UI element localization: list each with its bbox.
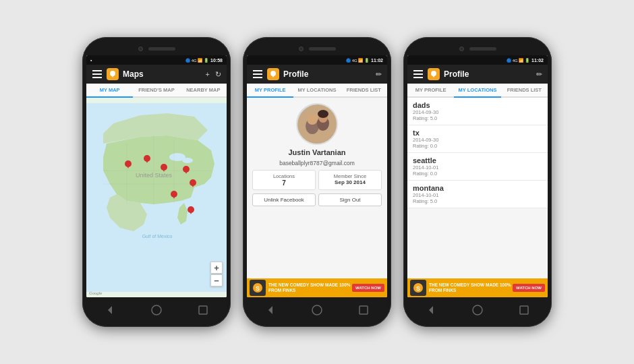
refresh-icon[interactable]: ↻ (215, 70, 221, 79)
home-button-2[interactable] (310, 303, 324, 317)
svg-rect-54 (413, 77, 423, 78)
app-title-2: Profile (283, 69, 372, 79)
app-title-3: Profile (444, 69, 532, 79)
back-button[interactable] (103, 303, 117, 317)
svg-rect-1 (92, 73, 102, 75)
location-rating-tx: Rating: 0.0 (413, 143, 542, 149)
profile-tabs: MY PROFILE MY LOCATIONS FRIENDS LIST (247, 84, 387, 98)
location-date-dads: 2014-09-30 (413, 109, 542, 115)
location-date-montana: 2014-10-01 (413, 192, 542, 198)
ad-text-2: THE NEW COMEDY SHOW MADE 100% FROM FINKS (268, 282, 352, 294)
locations-tabs: MY PROFILE MY LOCATIONS FRIENDS LIST (407, 84, 548, 98)
app-title: Maps (123, 69, 202, 79)
tab-friends-list-3[interactable]: FRIENDS LIST (501, 84, 548, 98)
ad-banner-3: S THE NEW COMEDY SHOW MADE 100% FROM FIN… (407, 278, 548, 297)
svg-rect-52 (413, 70, 423, 71)
svg-rect-36 (253, 70, 262, 71)
svg-text:S: S (256, 285, 260, 292)
recent-button-2[interactable] (356, 303, 371, 317)
location-name-tx: tx (413, 129, 542, 137)
location-rating-dads: Rating: 5.0 (413, 115, 542, 121)
list-item[interactable]: montana 2014-10-01 Rating: 5.0 (407, 181, 548, 208)
svg-marker-4 (111, 75, 114, 78)
member-since-date: Sep 30 2014 (322, 179, 378, 185)
recent-button[interactable] (196, 303, 210, 317)
tab-friends-map[interactable]: FRIEND'S MAP (133, 84, 179, 98)
svg-point-46 (318, 110, 328, 118)
locations-screen: 🔵 4G 📶 🔋 11:02 Profile ✏ MY PROFIL (407, 55, 548, 297)
ad-banner-2: S THE NEW COMEDY SHOW MADE 100% FROM FIN… (247, 278, 387, 297)
tab-my-profile-3[interactable]: MY PROFILE (407, 84, 454, 98)
status-time-2: 11:02 (371, 58, 383, 63)
recent-button-3[interactable] (517, 303, 531, 317)
svg-marker-59 (429, 306, 433, 314)
tab-my-profile[interactable]: MY PROFILE (247, 84, 293, 98)
svg-point-43 (307, 114, 318, 125)
svg-text:Gulf of Mexico: Gulf of Mexico (142, 234, 173, 239)
hamburger-icon[interactable] (92, 69, 103, 80)
tab-my-locations[interactable]: MY LOCATIONS (293, 84, 340, 98)
status-time-3: 11:02 (531, 58, 544, 63)
back-button-2[interactable] (263, 303, 278, 317)
edit-icon[interactable]: ✏ (376, 70, 382, 79)
phone-locations: 🔵 4G 📶 🔋 11:02 Profile ✏ MY PROFIL (403, 37, 552, 327)
tab-nearby-map[interactable]: NEARBY MAP (180, 84, 227, 98)
profile-content: Justin Vartanian baseballplyr8787@gmail.… (247, 98, 387, 278)
location-name-seattle: seattle (413, 156, 542, 164)
svg-rect-51 (359, 306, 368, 314)
app-logo-3 (428, 68, 440, 80)
profile-email: baseballplyr8787@gmail.com (279, 160, 355, 166)
back-button-3[interactable] (424, 303, 438, 317)
maps-app-bar: Maps + ↻ (86, 65, 227, 84)
tab-my-locations-3[interactable]: MY LOCATIONS (454, 84, 500, 98)
hamburger-icon-2[interactable] (252, 69, 263, 80)
location-date-tx: 2014-09-30 (413, 137, 542, 143)
ad-watch-button-3[interactable]: WATCH NOW (513, 284, 545, 292)
svg-point-34 (152, 305, 161, 315)
map-view[interactable]: Gulf of Mexico United States (86, 98, 227, 297)
svg-rect-61 (520, 306, 528, 314)
svg-marker-40 (272, 75, 275, 78)
ad-logo: S (250, 280, 266, 296)
sign-out-button[interactable]: Sign Out (318, 193, 382, 206)
app-actions-3: ✏ (536, 70, 542, 79)
status-left: ▪ (90, 58, 92, 63)
location-name-dads: dads (413, 101, 542, 109)
home-button-3[interactable] (470, 303, 485, 317)
edit-icon-3[interactable]: ✏ (536, 70, 542, 79)
locations-label: Locations (256, 173, 312, 179)
profile-stats: Locations 7 Member Since Sep 30 2014 (252, 170, 382, 190)
status-icons-2: 🔵 4G 📶 🔋 (346, 58, 369, 63)
status-bar-2: 🔵 4G 📶 🔋 11:02 (247, 55, 387, 65)
add-icon[interactable]: + (206, 70, 210, 78)
svg-rect-35 (199, 306, 207, 314)
status-icons-3: 🔵 4G 📶 🔋 (507, 58, 529, 63)
svg-marker-49 (268, 306, 272, 314)
zoom-in-button[interactable]: + (210, 262, 223, 274)
app-actions-2: ✏ (376, 70, 382, 79)
tab-my-map[interactable]: MY MAP (86, 84, 133, 98)
svg-text:United States: United States (136, 172, 173, 179)
list-item[interactable]: dads 2014-09-30 Rating: 5.0 (407, 98, 548, 125)
status-icons: 🔵 4G 📶 🔋 (185, 58, 208, 63)
unlink-facebook-button[interactable]: Unlink Facebook (252, 193, 316, 206)
profile-actions: Unlink Facebook Sign Out (252, 193, 382, 206)
svg-point-50 (312, 305, 322, 315)
zoom-out-button[interactable]: − (210, 274, 223, 286)
front-camera-3 (459, 47, 464, 51)
status-bar: ▪ 🔵 4G 📶 🔋 10:58 (86, 55, 227, 65)
nav-bar-3 (407, 297, 548, 320)
hamburger-icon-3[interactable] (413, 69, 424, 80)
list-item[interactable]: tx 2014-09-30 Rating: 0.0 (407, 125, 548, 153)
list-item[interactable]: seattle 2014-10-01 Rating: 0.0 (407, 153, 548, 181)
locations-count: 7 (256, 179, 312, 187)
svg-point-60 (473, 305, 482, 315)
speaker-3 (469, 47, 496, 51)
member-since-label: Member Since (322, 173, 378, 179)
home-button[interactable] (149, 303, 164, 317)
svg-rect-37 (253, 73, 262, 75)
svg-rect-53 (413, 73, 423, 75)
maps-tabs: MY MAP FRIEND'S MAP NEARBY MAP (86, 84, 227, 98)
tab-friends-list[interactable]: FRIENDS LIST (341, 84, 387, 98)
ad-watch-button-2[interactable]: WATCH NOW (352, 284, 384, 292)
